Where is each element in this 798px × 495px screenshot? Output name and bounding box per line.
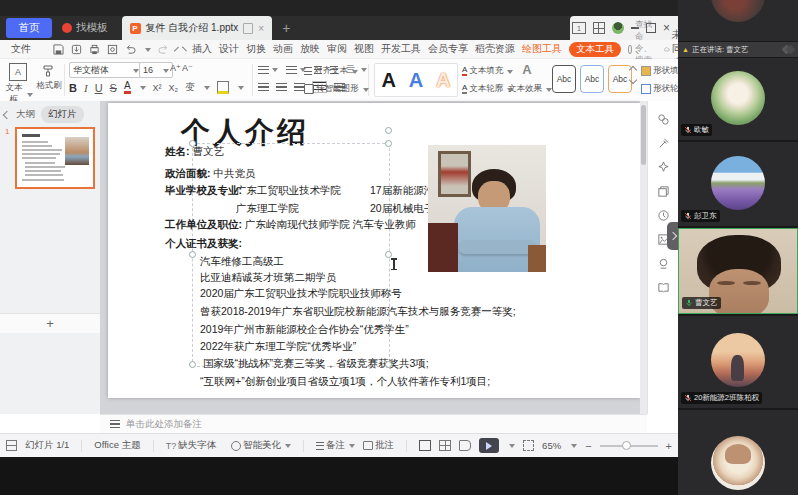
numbering-icon[interactable] xyxy=(286,66,297,74)
grow-font-button[interactable]: A⁺ xyxy=(170,63,181,73)
slide-thumbnail[interactable] xyxy=(15,127,95,189)
zoom-out-button[interactable]: − xyxy=(585,440,591,452)
missing-font-warning[interactable]: T? 缺失字体 xyxy=(166,439,217,452)
panel-collapse-handle[interactable] xyxy=(667,222,678,250)
menu-tab-text-tools[interactable]: 文本工具 xyxy=(569,42,621,57)
shape-style-1[interactable]: Abc xyxy=(552,65,576,93)
align-left-icon[interactable] xyxy=(258,83,269,91)
shape-style-2[interactable]: Abc xyxy=(580,65,604,93)
menu-tab-devtools[interactable]: 开发工具 xyxy=(381,42,421,56)
outline-tab[interactable]: 大纲 xyxy=(16,108,35,121)
notes-toggle[interactable]: 备注 xyxy=(316,439,355,452)
timer-icon[interactable] xyxy=(657,209,670,222)
selection-handle[interactable] xyxy=(385,361,392,368)
strikethrough-button[interactable]: S xyxy=(110,82,117,94)
highlight-button[interactable] xyxy=(217,81,229,94)
undo-icon[interactable] xyxy=(125,43,136,55)
participant-tile[interactable]: 20新能源2班陈柏权 xyxy=(678,316,798,408)
slide-sorter-icon[interactable] xyxy=(439,440,451,451)
shape-style-more[interactable] xyxy=(630,67,636,83)
normal-view-icon[interactable] xyxy=(419,440,431,451)
menu-tab-view[interactable]: 视图 xyxy=(354,42,374,56)
theme-name[interactable]: Office 主题 xyxy=(94,439,140,452)
smart-beautify-button[interactable]: 智能美化 xyxy=(231,439,291,452)
user-avatar[interactable] xyxy=(612,22,624,34)
font-size-select[interactable]: 16 xyxy=(139,62,173,78)
selection-handle[interactable] xyxy=(189,140,196,147)
layout-grid-icon[interactable] xyxy=(593,22,605,34)
reading-pane-icon[interactable] xyxy=(657,281,670,294)
participant-tile-speaking[interactable]: 曹文艺 xyxy=(678,228,798,314)
selection-handle[interactable] xyxy=(385,140,392,147)
zoom-in-button[interactable]: + xyxy=(666,440,672,452)
play-options-caret[interactable] xyxy=(509,444,515,451)
change-case-button[interactable]: 变 xyxy=(185,81,195,94)
editing-canvas[interactable]: 个人介绍 姓名: 曹文艺 政治面貌: 中共党员 毕业学校及专业: 广东工贸职业技… xyxy=(100,101,640,414)
zoom-slider[interactable] xyxy=(600,445,658,447)
undo-caret[interactable] xyxy=(145,48,151,55)
rotate-handle[interactable] xyxy=(385,127,392,134)
text-effects-button[interactable]: 文本效果 xyxy=(508,83,552,95)
selection-handle[interactable] xyxy=(385,251,392,258)
vertical-scrollbar[interactable] xyxy=(640,101,647,414)
font-family-select[interactable]: 华文楷体 xyxy=(69,62,143,78)
tab-home[interactable]: 首页 xyxy=(6,18,52,38)
italic-button[interactable]: I xyxy=(84,82,88,94)
participant-tile[interactable] xyxy=(678,0,798,41)
menu-tab-animation[interactable]: 动画 xyxy=(273,42,293,56)
menu-tab-slideshow[interactable]: 放映 xyxy=(300,42,320,56)
text-style-orange-outline[interactable]: A xyxy=(436,69,450,92)
selection-pane-icon[interactable] xyxy=(657,185,670,198)
participant-tile[interactable] xyxy=(678,410,798,495)
text-fill-button[interactable]: A 文本填充 xyxy=(462,65,513,77)
superscript-button[interactable]: X² xyxy=(153,83,162,93)
subscript-button[interactable]: X₂ xyxy=(169,83,179,93)
align-center-icon[interactable] xyxy=(276,83,287,91)
align-text-button[interactable]: 对齐文本 xyxy=(304,65,358,77)
smart-graphic-button[interactable]: 转智能图形 xyxy=(304,83,369,95)
print-icon[interactable] xyxy=(89,43,100,55)
font-color-caret[interactable] xyxy=(140,86,146,93)
document-tab[interactable]: P 复件 自我介绍 1.pptx × xyxy=(122,16,273,40)
save-icon[interactable] xyxy=(53,43,64,55)
menu-tab-review[interactable]: 审阅 xyxy=(327,42,347,56)
menu-tab-membership[interactable]: 会员专享 xyxy=(428,42,468,56)
tab-docer-templates[interactable]: 找模板 xyxy=(62,21,108,35)
comments-toggle[interactable]: 批注 xyxy=(363,439,394,452)
shrink-font-button[interactable]: A⁻ xyxy=(182,63,193,73)
textbox-button[interactable]: A 文本框 xyxy=(3,61,33,99)
slideshow-view-icon[interactable]: 1 xyxy=(572,22,586,34)
menu-tab-transition[interactable]: 切换 xyxy=(246,42,266,56)
new-tab-button[interactable]: + xyxy=(282,20,290,36)
menu-file[interactable]: 文件 xyxy=(11,42,31,56)
zoom-level[interactable]: 65% xyxy=(542,440,561,451)
participant-tile[interactable]: 欧敏 xyxy=(678,58,798,140)
reading-view-icon[interactable] xyxy=(459,440,471,451)
redo-icon[interactable] xyxy=(158,43,169,55)
participant-tile[interactable]: 彭卫东 xyxy=(678,142,798,226)
stamp-pane-icon[interactable] xyxy=(657,257,670,270)
format-painter-button[interactable]: 格式刷 xyxy=(34,61,64,99)
slideshow-play-button[interactable] xyxy=(479,438,499,453)
slide-photo[interactable] xyxy=(428,145,546,272)
export-icon[interactable] xyxy=(71,43,82,55)
text-style-blue[interactable]: A xyxy=(409,69,423,92)
view-mode-icon[interactable] xyxy=(6,440,17,451)
pin-icon[interactable] xyxy=(243,23,253,34)
collapse-panel-icon[interactable] xyxy=(3,110,11,118)
bullets-icon[interactable] xyxy=(258,66,269,74)
slide-page[interactable]: 个人介绍 姓名: 曹文艺 政治面貌: 中共党员 毕业学校及专业: 广东工贸职业技… xyxy=(108,103,640,398)
print-preview-icon[interactable] xyxy=(107,43,118,55)
slides-tab[interactable]: 幻灯片 xyxy=(41,106,84,123)
tabs-scroll-left-icon[interactable] xyxy=(182,47,187,52)
menu-tab-draw-tools[interactable]: 绘图工具 xyxy=(522,42,562,56)
fit-slide-icon[interactable] xyxy=(523,440,534,451)
text-style-black[interactable]: A xyxy=(381,69,395,92)
bold-button[interactable]: B xyxy=(69,82,77,94)
animation-pane-icon[interactable] xyxy=(657,161,670,174)
new-slide-button[interactable]: + xyxy=(0,313,101,333)
menu-tab-design[interactable]: 设计 xyxy=(219,42,239,56)
menu-tab-insert[interactable]: 插入 xyxy=(192,42,212,56)
selection-handle[interactable] xyxy=(189,361,196,368)
underline-button[interactable]: U xyxy=(95,82,103,94)
